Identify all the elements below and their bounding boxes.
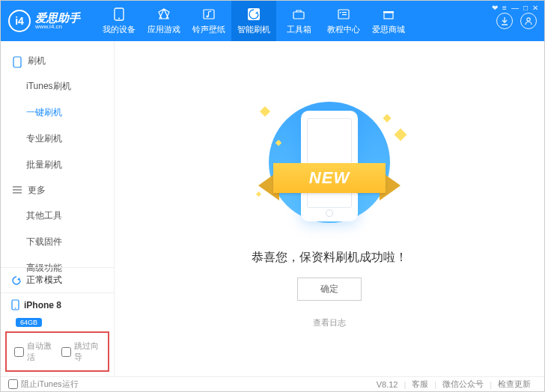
tab-label: 铃声壁纸	[192, 24, 225, 35]
phone-small-icon	[11, 299, 19, 310]
tab-my-device[interactable]: 我的设备	[97, 1, 141, 41]
auto-activate-checkbox[interactable]: 自动激活	[14, 340, 54, 363]
mode-label: 正常模式	[26, 274, 62, 287]
status-bar: 阻止iTunes运行 V8.12 | 客服 | 微信公众号 | 检查更新	[1, 376, 544, 391]
ok-button[interactable]: 确定	[297, 278, 362, 301]
main-content: NEW 恭喜您，保资料刷机成功啦！ 确定 查看日志	[115, 41, 544, 376]
svg-point-1	[118, 17, 120, 19]
svg-rect-15	[13, 192, 22, 194]
tab-ringtones[interactable]: 铃声壁纸	[186, 1, 231, 41]
tab-label: 教程中心	[327, 24, 360, 35]
refresh-icon	[11, 275, 22, 286]
sidebar-item-other-tools[interactable]: 其他工具	[26, 203, 105, 229]
device-icon	[112, 7, 127, 21]
tab-apps-games[interactable]: 应用游戏	[141, 1, 186, 41]
logo-icon: i4	[8, 10, 31, 32]
minimize-icon[interactable]: —	[511, 4, 519, 12]
wechat-link[interactable]: 微信公众号	[442, 379, 484, 390]
skip-guide-checkbox[interactable]: 跳过向导	[61, 340, 101, 363]
sidebar-item-one-click-flash[interactable]: 一键刷机	[26, 99, 105, 126]
svg-rect-7	[342, 12, 347, 13]
store-icon	[381, 7, 396, 21]
tab-tutorial[interactable]: 教程中心	[321, 1, 366, 41]
device-name: iPhone 8	[24, 300, 61, 310]
flash-icon	[246, 7, 261, 21]
window-controls: ❤ ≡ — □ ✕	[492, 4, 538, 12]
app-url: www.i4.cn	[35, 23, 80, 30]
download-button[interactable]	[496, 13, 513, 29]
section-title: 更多	[28, 184, 46, 197]
book-icon	[336, 7, 351, 21]
svg-point-11	[527, 18, 530, 21]
close-icon[interactable]: ✕	[532, 4, 538, 12]
apps-icon	[156, 7, 171, 21]
tab-label: 我的设备	[103, 24, 136, 35]
tab-smart-flash[interactable]: 智能刷机	[231, 1, 276, 41]
support-link[interactable]: 客服	[412, 379, 428, 390]
tab-store[interactable]: 爱思商城	[366, 1, 411, 41]
svg-rect-14	[13, 189, 22, 191]
menu-icon[interactable]: ≡	[502, 4, 507, 12]
check-update-link[interactable]: 检查更新	[498, 379, 531, 390]
phone-outline-icon	[13, 56, 23, 67]
maximize-icon[interactable]: □	[523, 4, 528, 12]
app-header: i4 爱思助手 www.i4.cn 我的设备 应用游戏 铃声壁纸 智能刷机	[1, 1, 544, 41]
version-label: V8.12	[377, 380, 398, 389]
toolbox-icon	[291, 7, 306, 21]
device-row[interactable]: iPhone 8	[1, 293, 114, 316]
svg-rect-9	[340, 12, 341, 13]
tab-toolbox[interactable]: 工具箱	[276, 1, 321, 41]
tab-label: 爱思商城	[372, 24, 405, 35]
svg-rect-10	[384, 13, 393, 19]
sidebar-item-pro-flash[interactable]: 专业刷机	[26, 126, 105, 152]
svg-point-17	[15, 307, 16, 309]
sidebar-item-batch-flash[interactable]: 批量刷机	[26, 152, 105, 178]
lines-icon	[13, 186, 23, 196]
success-message: 恭喜您，保资料刷机成功啦！	[252, 250, 407, 266]
svg-rect-13	[13, 186, 22, 188]
block-itunes-checkbox[interactable]: 阻止iTunes运行	[8, 379, 79, 390]
user-button[interactable]	[520, 13, 537, 29]
new-banner: NEW	[273, 163, 386, 193]
section-title: 刷机	[28, 55, 46, 67]
main-tabs: 我的设备 应用游戏 铃声壁纸 智能刷机 工具箱 教程中心	[97, 1, 496, 41]
view-log-link[interactable]: 查看日志	[313, 317, 346, 328]
app-name: 爱思助手	[35, 13, 80, 23]
sidebar: 刷机 iTunes刷机 一键刷机 专业刷机 批量刷机 更多 其他工具 下载固件 …	[1, 41, 115, 376]
device-mode-row[interactable]: 正常模式	[1, 268, 114, 293]
sidebar-item-itunes-flash[interactable]: iTunes刷机	[26, 73, 105, 99]
auto-options-row: 自动激活 跳过向导	[5, 331, 109, 372]
sidebar-section-flash[interactable]: 刷机	[10, 49, 105, 73]
success-illustration: NEW	[243, 94, 415, 236]
svg-rect-12	[13, 57, 21, 67]
music-icon	[201, 7, 216, 21]
skin-icon[interactable]: ❤	[492, 4, 498, 12]
capacity-badge: 64GB	[16, 318, 42, 327]
app-logo: i4 爱思助手 www.i4.cn	[8, 10, 97, 32]
sidebar-item-download-firmware[interactable]: 下载固件	[26, 229, 105, 255]
tab-label: 工具箱	[287, 24, 311, 35]
tab-label: 应用游戏	[147, 24, 180, 35]
svg-rect-8	[342, 14, 347, 15]
svg-rect-5	[293, 12, 304, 19]
sidebar-section-more[interactable]: 更多	[10, 178, 105, 203]
tab-label: 智能刷机	[237, 24, 270, 35]
